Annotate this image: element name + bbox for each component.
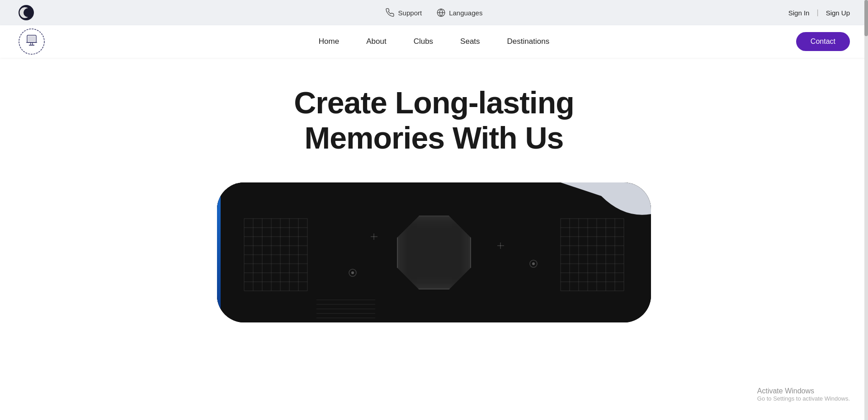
hero-title: Create Long-lasting Memories With Us (294, 85, 574, 155)
top-bar-center: Support Languages (386, 8, 483, 17)
windows-activate-subtitle: Go to Settings to activate Windows. (757, 395, 850, 402)
main-nav: · · · · · · · · Home About Clubs Seats D… (0, 25, 868, 58)
windows-watermark: Activate Windows Go to Settings to activ… (757, 387, 850, 402)
svg-marker-48 (424, 236, 467, 274)
svg-point-51 (437, 252, 442, 257)
globe-icon (436, 8, 445, 17)
nav-home[interactable]: Home (319, 37, 339, 46)
hero-title-line2: Memories With Us (305, 121, 564, 155)
nav-clubs[interactable]: Clubs (414, 37, 433, 46)
svg-point-53 (351, 271, 354, 274)
top-bar-right: Sign In | Sign Up (788, 9, 850, 17)
svg-text:· · · · · · · ·: · · · · · · · · (25, 51, 38, 53)
windows-activate-title: Activate Windows (757, 387, 850, 395)
hero-overlay-svg (217, 182, 651, 322)
svg-rect-12 (217, 182, 221, 322)
support-label: Support (398, 9, 422, 17)
hero-image-container (217, 182, 651, 322)
moon-logo-icon (18, 5, 34, 21)
brand-logo-icon: · · · · · · · · (18, 28, 45, 55)
top-bar: Support Languages Sign In | Sign Up (0, 0, 868, 25)
svg-rect-5 (28, 36, 35, 42)
nav-seats[interactable]: Seats (460, 37, 480, 46)
hero-title-line1: Create Long-lasting (294, 85, 574, 120)
nav-logo[interactable]: · · · · · · · · (18, 28, 45, 55)
nav-destinations[interactable]: Destinations (507, 37, 550, 46)
svg-point-49 (427, 242, 452, 267)
scrollbar-thumb[interactable] (864, 0, 868, 36)
scrollbar[interactable] (864, 0, 868, 420)
contact-button[interactable]: Contact (796, 32, 850, 51)
support-item[interactable]: Support (386, 8, 422, 17)
svg-point-55 (532, 262, 535, 265)
phone-icon (386, 8, 395, 17)
signin-link[interactable]: Sign In (788, 9, 810, 17)
nav-cta: Contact (796, 32, 850, 51)
svg-point-50 (433, 248, 446, 261)
nav-links: Home About Clubs Seats Destinations (319, 37, 549, 46)
hero-section: Create Long-lasting Memories With Us (0, 58, 868, 322)
svg-marker-47 (420, 230, 470, 280)
signup-link[interactable]: Sign Up (826, 9, 850, 17)
hero-image (217, 182, 651, 322)
languages-label: Languages (449, 9, 482, 17)
auth-divider: | (816, 9, 818, 17)
nav-about[interactable]: About (366, 37, 386, 46)
svg-rect-11 (217, 182, 651, 322)
top-bar-left (18, 5, 34, 21)
languages-item[interactable]: Languages (436, 8, 482, 17)
